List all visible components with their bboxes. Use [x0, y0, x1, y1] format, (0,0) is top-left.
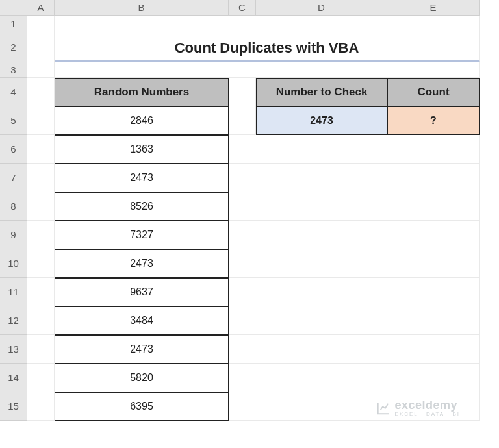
random-cell-1[interactable]: 2846 [55, 106, 229, 135]
row-hdr-8[interactable]: 8 [0, 192, 27, 221]
cell-row9-blank[interactable] [229, 221, 480, 249]
row-hdr-3[interactable]: 3 [0, 62, 27, 78]
row-hdr-14[interactable]: 14 [0, 364, 27, 392]
cell-a15[interactable] [27, 392, 55, 421]
cell-row7-blank[interactable] [229, 164, 480, 192]
col-hdr-d[interactable]: D [256, 0, 387, 16]
cell-row11-blank[interactable] [229, 278, 480, 306]
cell-a4[interactable] [27, 78, 55, 106]
cell-row8-blank[interactable] [229, 192, 480, 221]
random-cell-7[interactable]: 9637 [55, 278, 229, 306]
check-value-cell[interactable]: 2473 [256, 106, 387, 135]
row-hdr-12[interactable]: 12 [0, 306, 27, 335]
random-cell-6[interactable]: 2473 [55, 249, 229, 278]
cell-a7[interactable] [27, 164, 55, 192]
random-cell-8[interactable]: 3484 [55, 306, 229, 335]
random-cell-4[interactable]: 8526 [55, 192, 229, 221]
select-all-corner[interactable] [0, 0, 27, 16]
cell-a9[interactable] [27, 221, 55, 249]
random-cell-9[interactable]: 2473 [55, 335, 229, 364]
cell-a12[interactable] [27, 306, 55, 335]
cell-c4[interactable] [229, 78, 256, 106]
row-hdr-13[interactable]: 13 [0, 335, 27, 364]
row-hdr-11[interactable]: 11 [0, 278, 27, 306]
row-hdr-15[interactable]: 15 [0, 392, 27, 421]
cell-row3-blank[interactable] [55, 62, 480, 78]
row-hdr-4[interactable]: 4 [0, 78, 27, 106]
cell-a5[interactable] [27, 106, 55, 135]
cell-a2[interactable] [27, 32, 55, 62]
cell-row10-blank[interactable] [229, 249, 480, 278]
random-cell-2[interactable]: 1363 [55, 135, 229, 164]
col-hdr-a[interactable]: A [27, 0, 55, 16]
cell-c5[interactable] [229, 106, 256, 135]
spreadsheet-grid: A B C D E 1 2 3 4 5 6 7 8 9 10 11 12 13 … [0, 0, 480, 421]
row-hdr-2[interactable]: 2 [0, 32, 27, 62]
cell-a8[interactable] [27, 192, 55, 221]
header-random-numbers[interactable]: Random Numbers [55, 78, 229, 106]
col-hdr-b[interactable]: B [55, 0, 229, 16]
cell-a14[interactable] [27, 364, 55, 392]
row-hdr-9[interactable]: 9 [0, 221, 27, 249]
row-hdr-6[interactable]: 6 [0, 135, 27, 164]
random-cell-11[interactable]: 6395 [55, 392, 229, 421]
row-hdr-5[interactable]: 5 [0, 106, 27, 135]
row-hdr-7[interactable]: 7 [0, 164, 27, 192]
cell-row14-blank[interactable] [229, 364, 480, 392]
cell-row12-blank[interactable] [229, 306, 480, 335]
cell-a11[interactable] [27, 278, 55, 306]
random-cell-3[interactable]: 2473 [55, 164, 229, 192]
cell-row13-blank[interactable] [229, 335, 480, 364]
cell-row6-blank[interactable] [229, 135, 480, 164]
cell-row15-blank[interactable] [229, 392, 480, 421]
random-cell-10[interactable]: 5820 [55, 364, 229, 392]
header-number-to-check[interactable]: Number to Check [256, 78, 387, 106]
cell-a6[interactable] [27, 135, 55, 164]
cell-a1[interactable] [27, 16, 55, 32]
cell-row1-blank[interactable] [55, 16, 480, 32]
col-hdr-e[interactable]: E [387, 0, 480, 16]
row-hdr-1[interactable]: 1 [0, 16, 27, 32]
count-value-cell[interactable]: ? [387, 106, 480, 135]
random-cell-5[interactable]: 7327 [55, 221, 229, 249]
row-hdr-10[interactable]: 10 [0, 249, 27, 278]
col-hdr-c[interactable]: C [229, 0, 256, 16]
header-count[interactable]: Count [387, 78, 480, 106]
page-title: Count Duplicates with VBA [55, 32, 480, 62]
cell-a3[interactable] [27, 62, 55, 78]
cell-a10[interactable] [27, 249, 55, 278]
cell-a13[interactable] [27, 335, 55, 364]
